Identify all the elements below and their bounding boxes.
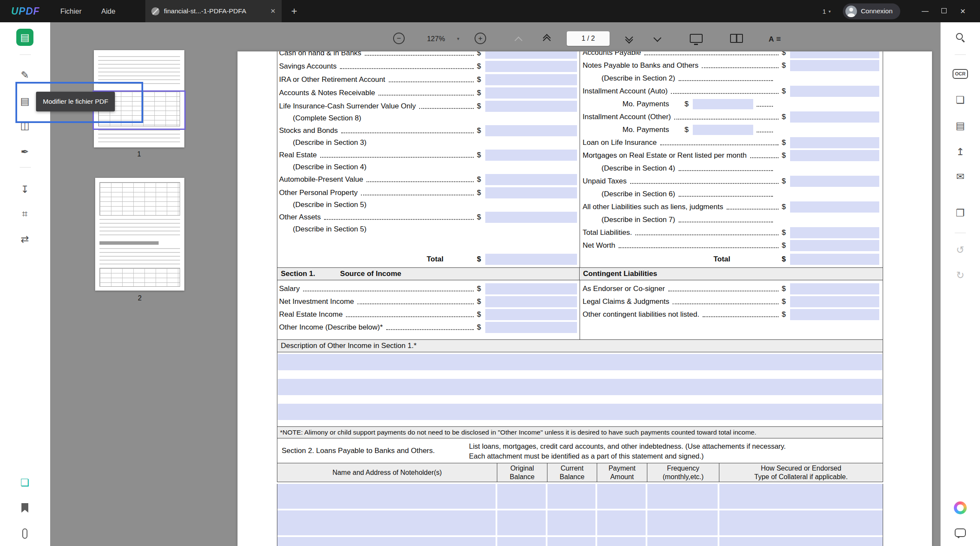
input-field[interactable] [790, 309, 879, 320]
minimize-button[interactable]: — [916, 7, 935, 15]
noteholder-cell-input[interactable] [497, 537, 547, 546]
tab-close-icon[interactable]: ✕ [271, 7, 276, 15]
next-page-button[interactable] [626, 34, 632, 42]
input-field[interactable] [790, 283, 879, 294]
input-field[interactable] [485, 87, 577, 99]
input-field[interactable] [693, 99, 753, 109]
menu-aide[interactable]: Aide [101, 7, 115, 15]
liabilities-total-field[interactable] [790, 254, 879, 265]
noteholder-cell-input[interactable] [277, 510, 497, 535]
input-field[interactable] [485, 309, 577, 320]
zoom-out-button[interactable]: − [393, 33, 405, 44]
redo-icon[interactable]: ↻ [952, 267, 969, 284]
input-field[interactable] [485, 212, 577, 223]
scroll-up-icon[interactable] [516, 38, 521, 43]
noteholder-cell-input[interactable] [547, 510, 597, 535]
layers-icon[interactable]: ❏ [16, 474, 33, 491]
noteholder-cell-input[interactable] [719, 510, 883, 535]
input-field[interactable] [790, 51, 879, 58]
input-field[interactable] [485, 322, 577, 333]
crop-icon[interactable]: ⌗ [16, 205, 33, 222]
window-count-dropdown[interactable]: 1 ▾ [823, 8, 831, 15]
document-tab[interactable]: financial-st...-1-PDFA-PDFA ✕ [145, 0, 282, 22]
noteholder-cell-input[interactable] [647, 484, 719, 509]
presentation-mode-button[interactable] [690, 34, 703, 43]
sign-icon[interactable]: ✒ [16, 143, 33, 160]
input-field[interactable] [485, 283, 577, 294]
save-as-icon[interactable]: ❏ [952, 91, 969, 108]
noteholder-cell-input[interactable] [547, 484, 597, 509]
zoom-level[interactable]: 127% [423, 35, 449, 43]
other-income-input-row[interactable] [278, 404, 882, 420]
convert-icon[interactable]: ⇄ [16, 231, 33, 248]
new-tab-button[interactable]: + [291, 6, 297, 16]
previous-page-button[interactable] [544, 35, 550, 43]
noteholder-cell-input[interactable] [647, 510, 719, 535]
input-field[interactable] [485, 101, 577, 112]
input-field[interactable] [790, 240, 879, 251]
page-tools-icon[interactable]: ▤ [952, 117, 969, 134]
page-thumbnail-2[interactable] [95, 178, 184, 291]
noteholder-cell-input[interactable] [547, 537, 597, 546]
input-field[interactable] [790, 176, 879, 187]
noteholder-cell-input[interactable] [719, 537, 883, 546]
login-button[interactable]: Connexion [843, 3, 900, 19]
noteholder-cell-input[interactable] [597, 510, 647, 535]
bookmark-icon[interactable] [16, 499, 33, 516]
undo-icon[interactable]: ↺ [952, 241, 969, 258]
field-label: Legal Claims & Judgments [583, 297, 669, 306]
scroll-down-icon[interactable] [655, 35, 660, 41]
search-icon[interactable] [952, 29, 969, 46]
field-label: Notes Payable to Banks and Others [583, 61, 698, 70]
noteholder-cell-input[interactable] [647, 537, 719, 546]
close-button[interactable]: ✕ [953, 7, 972, 15]
input-field[interactable] [790, 296, 879, 307]
mail-icon[interactable]: ✉ [952, 168, 969, 185]
export-icon[interactable]: ↧ [16, 181, 33, 198]
assets-total-field[interactable] [485, 254, 577, 265]
input-field[interactable] [485, 125, 577, 136]
noteholder-cell-input[interactable] [497, 510, 547, 535]
input-field[interactable] [790, 111, 879, 123]
annotate-icon[interactable]: ✎ [16, 66, 33, 84]
menu-fichier[interactable]: Fichier [60, 7, 82, 15]
noteholder-cell-input[interactable] [597, 484, 647, 509]
page-indicator[interactable]: 1 / 2 [567, 31, 610, 46]
clipboard-icon[interactable]: ❐ [952, 204, 969, 222]
chat-icon[interactable] [952, 525, 969, 542]
input-field[interactable] [693, 125, 753, 135]
noteholder-cell-input[interactable] [277, 484, 497, 509]
input-field[interactable] [485, 51, 577, 59]
maximize-button[interactable] [935, 7, 953, 15]
field-label: Other Assets [279, 213, 321, 222]
monitor-icon [690, 34, 703, 43]
other-income-input-row[interactable] [278, 379, 882, 395]
noteholder-cell-input[interactable] [719, 484, 883, 509]
input-field[interactable] [485, 150, 577, 161]
noteholder-cell-input[interactable] [277, 537, 497, 546]
input-field[interactable] [485, 174, 577, 185]
input-field[interactable] [485, 74, 577, 85]
input-field[interactable] [485, 187, 577, 198]
attachment-icon[interactable] [16, 525, 33, 542]
noteholder-cell-input[interactable] [497, 484, 547, 509]
zoom-dropdown-icon[interactable]: ▾ [457, 36, 460, 42]
input-field[interactable] [790, 137, 879, 148]
input-field[interactable] [485, 296, 577, 307]
edit-mode-icon[interactable]: ▤ [16, 29, 33, 46]
input-field[interactable] [790, 86, 879, 97]
ai-assistant-icon[interactable] [952, 499, 969, 516]
other-income-input-row[interactable] [278, 354, 882, 370]
ocr-icon[interactable]: OCR [952, 65, 969, 82]
zoom-in-button[interactable]: + [475, 33, 486, 44]
input-field[interactable] [790, 150, 879, 161]
input-field[interactable] [790, 201, 879, 213]
input-field[interactable] [485, 61, 577, 72]
input-field[interactable] [790, 60, 879, 71]
input-field[interactable] [790, 227, 879, 238]
page-layout-button[interactable] [730, 34, 743, 43]
noteholder-cell-input[interactable] [597, 537, 647, 546]
reading-mode-button[interactable] [769, 34, 781, 44]
share-icon[interactable]: ↥ [952, 143, 969, 160]
book-icon [730, 34, 743, 43]
